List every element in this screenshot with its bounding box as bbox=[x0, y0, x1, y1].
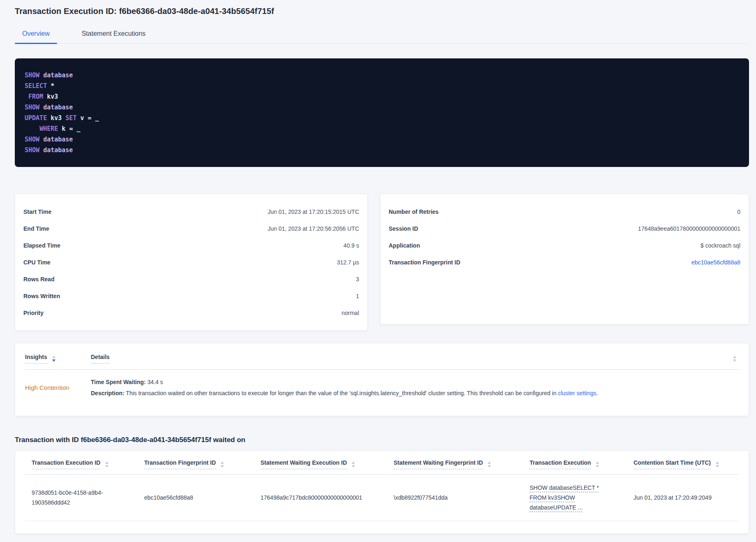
sort-down-arrow bbox=[221, 465, 224, 468]
sort-down-arrow bbox=[52, 359, 55, 362]
table-row: 9738d051-bc0e-4158-a9b4-1903586ddd42ebc1… bbox=[25, 475, 739, 521]
summary-row: Start TimeJun 01, 2023 at 17:20:15:2015 … bbox=[23, 203, 359, 220]
summary-value: 40.9 s bbox=[343, 242, 359, 249]
sql-token: * bbox=[51, 82, 54, 90]
sql-token: database bbox=[43, 136, 73, 143]
details-column-label: Details bbox=[91, 354, 110, 364]
high-contention-badge: High Contention bbox=[25, 377, 91, 398]
sort-up-arrow bbox=[105, 461, 108, 464]
cell-transaction-fingerprint-id: ebc10ae56cfd88a8 bbox=[138, 475, 254, 521]
summary-label: Transaction Fingerprint ID bbox=[389, 259, 460, 266]
waited-on-table-card: Transaction Execution IDTransaction Fing… bbox=[15, 450, 749, 534]
sort-down-arrow bbox=[488, 465, 491, 468]
sort-up-arrow bbox=[221, 461, 224, 464]
sort-icon bbox=[488, 461, 491, 468]
sql-token: UPDATE bbox=[25, 114, 51, 122]
summary-label: Application bbox=[389, 242, 420, 249]
waited-on-table: Transaction Execution IDTransaction Fing… bbox=[25, 451, 739, 521]
column-header-label: Contention Start Time (UTC) bbox=[634, 459, 711, 469]
cell-value: 176498a9c717bdc80000000000000001 bbox=[260, 494, 362, 501]
tab-overview[interactable]: Overview bbox=[15, 26, 57, 43]
sql-token: database bbox=[43, 72, 73, 79]
sort-up-arrow bbox=[596, 461, 599, 464]
summary-row: Rows Read3 bbox=[23, 271, 359, 287]
insights-table-row: High Contention Time Spent Waiting: 34.4… bbox=[25, 370, 739, 398]
sort-down-arrow bbox=[596, 465, 599, 468]
sort-icon bbox=[352, 461, 355, 468]
waited-on-header-row: Transaction Execution IDTransaction Fing… bbox=[25, 451, 739, 475]
sql-token: FROM bbox=[28, 93, 47, 100]
session-summary-card: Number of Retries0Session ID17648a9eea60… bbox=[380, 194, 749, 324]
sql-token: kv3 bbox=[47, 93, 58, 100]
sql-token: WHERE bbox=[39, 125, 62, 132]
transaction-execution-link[interactable]: SHOW databaseSELECT * FROM kv3SHOW datab… bbox=[530, 483, 602, 512]
insights-table-card: Insights Details High Contention Time Sp… bbox=[15, 343, 749, 416]
summary-label: Elapsed Time bbox=[23, 242, 60, 249]
sql-token: = bbox=[88, 114, 95, 122]
sort-up-arrow bbox=[733, 356, 736, 358]
summary-value: normal bbox=[341, 310, 359, 316]
sql-statements-box: SHOW databaseSELECT * FROM kv3SHOW datab… bbox=[15, 58, 749, 167]
sort-down-arrow bbox=[105, 465, 108, 468]
insights-row-spacer bbox=[728, 377, 739, 398]
column-header-statement-waiting-fingerprint-id[interactable]: Statement Waiting Fingerprint ID bbox=[387, 451, 523, 475]
summary-label: End Time bbox=[23, 225, 49, 232]
column-header-label: Transaction Execution bbox=[530, 459, 591, 469]
tab-statement-executions[interactable]: Statement Executions bbox=[74, 26, 153, 43]
insight-description-text: Description: This transaction waited on … bbox=[91, 388, 728, 398]
sql-token: = bbox=[69, 125, 76, 132]
summary-row: Application$ cockroach sql bbox=[389, 237, 740, 254]
summary-value: 17648a9eea6017800000000000000001 bbox=[638, 225, 740, 232]
cell-transaction-execution: SHOW databaseSELECT * FROM kv3SHOW datab… bbox=[523, 475, 627, 521]
code-line: FROM kv3 bbox=[25, 91, 739, 102]
code-line: SHOW database bbox=[25, 134, 739, 145]
sort-icon bbox=[596, 461, 599, 468]
details-column-header[interactable]: Details bbox=[91, 353, 728, 369]
summary-value: Jun 01, 2023 at 17:20:56:2056 UTC bbox=[267, 225, 359, 232]
sort-down-arrow bbox=[352, 465, 355, 468]
cell-statement-waiting-execution-id: 176498a9c717bdc80000000000000001 bbox=[254, 475, 387, 521]
summary-row: End TimeJun 01, 2023 at 17:20:56:2056 UT… bbox=[23, 220, 359, 237]
sql-token bbox=[25, 125, 39, 132]
extra-column-header[interactable] bbox=[728, 353, 739, 369]
cell-value: ebc10ae56cfd88a8 bbox=[144, 494, 193, 501]
summary-value: 312.7 µs bbox=[337, 259, 359, 266]
tab-label: Overview bbox=[22, 30, 50, 37]
transaction-fingerprint-link[interactable]: ebc10ae56cfd88a8 bbox=[691, 259, 740, 266]
column-header-statement-waiting-execution-id[interactable]: Statement Waiting Execution ID bbox=[254, 451, 387, 475]
column-header-transaction-execution-id[interactable]: Transaction Execution ID bbox=[25, 451, 138, 475]
column-header-contention-start-time-utc-[interactable]: Contention Start Time (UTC) bbox=[627, 451, 739, 475]
summary-value: 0 bbox=[737, 208, 740, 215]
cluster-settings-link[interactable]: cluster settings bbox=[558, 390, 596, 396]
insights-column-label: Insights bbox=[25, 354, 47, 364]
code-line: SHOW database bbox=[25, 145, 739, 155]
summary-cards-row: Start TimeJun 01, 2023 at 17:20:15:2015 … bbox=[15, 194, 749, 331]
tab-bar: OverviewStatement Executions bbox=[15, 26, 749, 44]
description-body: This transaction waited on other transac… bbox=[124, 390, 558, 396]
summary-label: CPU Time bbox=[23, 259, 51, 266]
sql-token: database bbox=[43, 146, 73, 154]
column-header-transaction-fingerprint-id[interactable]: Transaction Fingerprint ID bbox=[138, 451, 254, 475]
sort-icon bbox=[52, 356, 55, 362]
cell-value: Jun 01, 2023 at 17:20:49:2049 bbox=[634, 494, 712, 501]
sort-down-arrow bbox=[716, 465, 719, 468]
column-header-transaction-execution[interactable]: Transaction Execution bbox=[523, 451, 627, 475]
sql-token: _ bbox=[76, 125, 80, 132]
sort-up-arrow bbox=[352, 461, 355, 464]
summary-row: Prioritynormal bbox=[23, 304, 359, 321]
summary-row: Elapsed Time40.9 s bbox=[23, 237, 359, 254]
sql-token: _ bbox=[95, 114, 99, 122]
column-header-label: Statement Waiting Execution ID bbox=[260, 459, 347, 469]
sort-icon bbox=[221, 461, 224, 468]
waited-on-heading: Transaction with ID f6be6366-da03-48de-a… bbox=[15, 436, 749, 444]
sql-token: SHOW bbox=[25, 104, 43, 111]
summary-label: Start Time bbox=[23, 208, 51, 215]
insights-column-header[interactable]: Insights bbox=[25, 353, 91, 369]
code-line: SHOW database bbox=[25, 102, 739, 113]
summary-value: 3 bbox=[356, 276, 359, 283]
summary-value: Jun 01, 2023 at 17:20:15:2015 UTC bbox=[267, 208, 359, 215]
sql-token: v bbox=[80, 114, 88, 122]
sql-token: SELECT bbox=[25, 82, 51, 90]
summary-row: CPU Time312.7 µs bbox=[23, 254, 359, 271]
sort-icon bbox=[716, 461, 719, 468]
